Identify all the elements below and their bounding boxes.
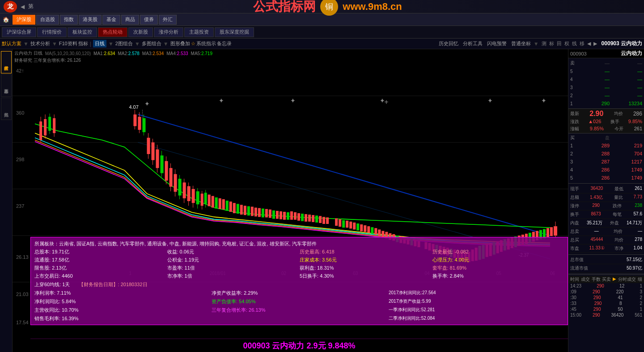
- nav-gudong[interactable]: 股东深度挖掘: [215, 27, 254, 37]
- sector-info: 所属板块：云南省, 国证A指, 云南指数, 汽车零部件, 通用设备, 中盘, 新…: [34, 240, 564, 248]
- svg-rect-66: [233, 203, 236, 213]
- hist-btn[interactable]: 历史回忆: [439, 40, 458, 47]
- sell4-row: 4 — —: [568, 75, 644, 83]
- window-back-btn[interactable]: ◀: [21, 4, 25, 10]
- key-metrics: 现手 36420 最低 261 总额 1.43亿 量比 7.73 涨停 290 …: [568, 184, 644, 254]
- overlay-btn[interactable]: 图形叠加: [170, 40, 190, 47]
- nav-zhang-ting[interactable]: 涨停分析: [154, 27, 183, 37]
- sep7: ▼: [534, 41, 539, 47]
- svg-rect-104: [374, 228, 377, 235]
- nav-cixinqu[interactable]: 次新股: [128, 27, 153, 37]
- plan-btn[interactable]: 默认方案: [2, 40, 21, 47]
- svg-rect-87: [308, 215, 311, 222]
- sidebar-tech[interactable]: 技术分析: [1, 51, 12, 73]
- svg-rect-86: [305, 214, 307, 222]
- daily-btn[interactable]: 日线: [93, 40, 106, 47]
- cat-zhaiquan[interactable]: 债券: [140, 15, 158, 25]
- right-panel: 000903 云内动力 卖 — — 5 — — 4 — — 3 —: [568, 49, 644, 352]
- left-icon[interactable]: ◀: [587, 41, 591, 47]
- svg-rect-105: [378, 229, 381, 236]
- sys-indicator-btn[interactable]: 系统指示: [196, 40, 216, 47]
- cat-zixuan[interactable]: 自选股: [36, 15, 59, 25]
- flash-btn[interactable]: 闪电预警: [487, 40, 507, 47]
- chart-area: 云内动力 日线 MA(5,10,20,30,60,120) MA1: 2.634…: [13, 49, 568, 352]
- sep2: ▼: [52, 41, 57, 47]
- svg-rect-85: [301, 214, 304, 221]
- income: 收益: 0.06元: [167, 249, 299, 255]
- f10-btn[interactable]: F10资料: [59, 40, 77, 47]
- restricted: 限售股: 2.13亿: [34, 265, 166, 271]
- ma4-val: 2.533: [177, 51, 188, 56]
- ma2-label: MA2:: [118, 51, 128, 56]
- svg-text:✦: ✦: [541, 97, 547, 104]
- window-title: 第: [28, 3, 34, 10]
- report-date: 【财务报告日期】: 20180332日: [79, 282, 148, 287]
- sidebar-other[interactable]: 其他: [1, 98, 12, 120]
- timeline-btn[interactable]: ▶: [613, 276, 616, 283]
- listed-date: 上市交易日: 4460: [34, 273, 166, 279]
- grid-icon[interactable]: 标: [549, 40, 554, 47]
- cat-zhishu[interactable]: 指数: [60, 15, 78, 25]
- ma3-label: MA3:: [142, 51, 153, 56]
- y2017-net-yoy: 2017净利润同比:27.564: [389, 290, 564, 296]
- chart-title: 云内动力 日线: [14, 50, 42, 56]
- svg-rect-82: [290, 211, 293, 220]
- hline-icon[interactable]: 田: [557, 40, 562, 47]
- move-icon[interactable]: 移: [580, 40, 585, 47]
- q1-2017-np: 一季净利润同比:52.281: [389, 307, 564, 313]
- ma-info-bar: 云内动力 日线 MA(5,10,20,30,60,120) MA1: 2.634…: [13, 49, 568, 57]
- cat-gangmei[interactable]: 港美股: [79, 15, 102, 25]
- svg-rect-71: [251, 207, 254, 216]
- analysis-btn[interactable]: 分析工具: [463, 40, 483, 47]
- current-price: 2.90: [589, 110, 603, 118]
- svg-text:26.13: 26.13: [16, 254, 29, 260]
- trade-row-2: :30 290 41 2: [568, 295, 644, 300]
- today-open: 261: [634, 126, 642, 132]
- sell-orders: 卖 — — 5 — — 4 — — 3 — — 2 — —: [568, 58, 644, 108]
- cat-shangpin[interactable]: 商品: [121, 15, 139, 25]
- ruler-icon[interactable]: 测: [542, 40, 547, 47]
- svg-rect-89: [315, 215, 318, 223]
- svg-rect-97: [349, 222, 352, 229]
- change-pct-right: 9.85%: [628, 119, 642, 125]
- svg-rect-77: [272, 210, 275, 219]
- nav-hotlun[interactable]: 热点轮动: [98, 27, 127, 37]
- revenue-yoy: 主营收同比: 10.70%: [34, 307, 210, 313]
- main-layout: 技术分析 基本面 其他 云内动力 日线 MA(5,10,20,30,60,120…: [0, 49, 644, 352]
- multi-chart-btn[interactable]: 多图组合: [142, 40, 161, 47]
- svg-text:✦: ✦: [144, 100, 150, 107]
- stock-code-header: 000903 云内动力: [602, 40, 642, 47]
- tech-btn[interactable]: 技术分析: [30, 40, 50, 47]
- home-btn[interactable]: 🏠: [0, 16, 12, 24]
- right-icon[interactable]: ▶: [593, 41, 597, 47]
- net-profit-yoy: 净利润同比: 5.84%: [34, 298, 210, 305]
- cat-waihui[interactable]: 外汇: [159, 15, 177, 25]
- cross-icon[interactable]: 线: [572, 40, 577, 47]
- q2-2017-np: 二季净利润同比:52.084: [389, 315, 564, 322]
- chart-toolbar: 默认方案 ▼ 技术分析 ▼ F10资料 指标 | 日线 ▼ 2图组合 ▼ 多图组…: [0, 39, 644, 49]
- svg-rect-96: [346, 221, 348, 228]
- cat-jijin[interactable]: 基金: [102, 15, 120, 25]
- watermark-title: 公式指标网: [253, 0, 316, 15]
- sidebar-fundamental[interactable]: 基本面: [1, 74, 12, 97]
- stock-code-right: 000903: [570, 51, 587, 56]
- svg-rect-64: [226, 201, 229, 211]
- sep1: ▼: [23, 41, 29, 47]
- vline-icon[interactable]: 权: [564, 40, 569, 47]
- cat-hushenggu[interactable]: 沪深股: [13, 15, 35, 25]
- fav-btn[interactable]: ☆: [191, 41, 195, 47]
- svg-rect-151: [547, 228, 549, 237]
- nav-bankuai[interactable]: 板块监控: [68, 27, 97, 37]
- normal-coord-btn[interactable]: 普通坐标: [511, 40, 531, 47]
- nav-zhuti[interactable]: 主题投资: [184, 27, 214, 37]
- 2chart-btn[interactable]: 2图组合: [115, 40, 133, 47]
- info-overlay: 所属板块：云南省, 国证A指, 云南指数, 汽车零部件, 通用设备, 中盘, 新…: [30, 237, 568, 326]
- nav-hangqing[interactable]: 行情报价: [37, 27, 67, 37]
- avg-price-label: 均价: [614, 111, 623, 117]
- nav-hushenzh[interactable]: 沪深综合屏: [2, 27, 36, 37]
- buy-orders: 买 盘 1 289 219 2 288 704 3 287 1217 4 28: [568, 133, 644, 183]
- memo-btn[interactable]: 备忘录: [217, 40, 232, 47]
- ma4-label: MA4:: [166, 51, 177, 56]
- indicator-btn[interactable]: 指标: [78, 40, 88, 47]
- svg-rect-100: [360, 224, 363, 232]
